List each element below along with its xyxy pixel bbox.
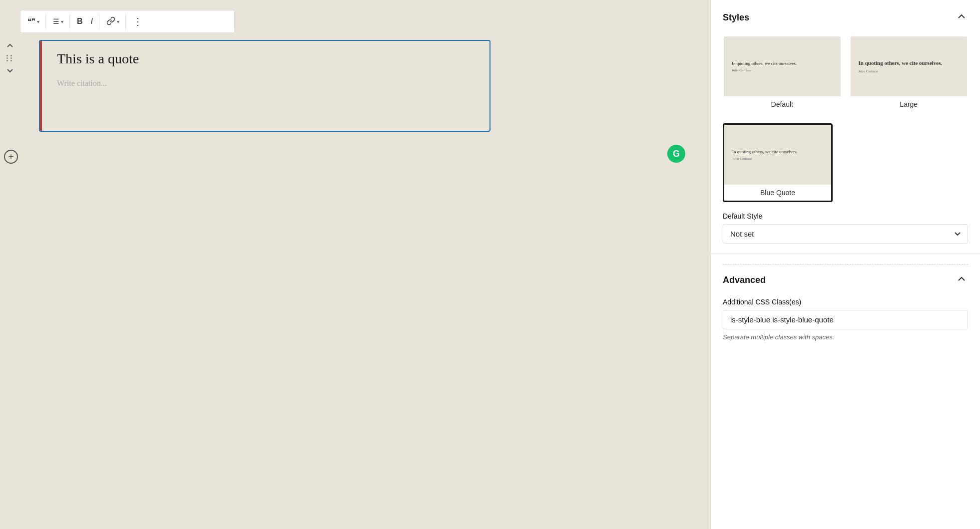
styles-title: Styles <box>723 12 749 23</box>
styles-collapse-button[interactable] <box>955 10 968 25</box>
style-blue-quote-label: Blue Quote <box>724 185 831 201</box>
styles-section-header: Styles <box>723 10 968 25</box>
default-style-label: Default Style <box>723 212 968 220</box>
toolbar-more-group: ⋮ <box>129 12 147 30</box>
align-icon: ☰ <box>53 17 59 25</box>
style-default-label: Default <box>724 96 841 112</box>
quote-text[interactable]: This is a quote <box>57 51 475 67</box>
styles-section: Styles In quoting others, we cite oursel… <box>711 0 980 254</box>
link-icon <box>106 16 115 27</box>
styles-grid: In quoting others, we cite ourselves. Ju… <box>723 35 968 113</box>
move-up-button[interactable] <box>4 40 16 52</box>
add-block-button[interactable]: + <box>4 150 18 164</box>
style-large-image: In quoting others, we cite ourselves. Ju… <box>851 36 968 96</box>
more-options-button[interactable]: ⋮ <box>129 12 147 30</box>
drag-handle[interactable] <box>6 55 13 61</box>
style-default-image: In quoting others, we cite ourselves. Ju… <box>724 36 841 96</box>
default-style-container: Default Style Not set Default Large Blue… <box>723 212 968 244</box>
italic-button[interactable]: I <box>87 14 97 29</box>
thumb-large-author: Julio Cortázar <box>859 69 878 73</box>
quote-chevron-icon: ▾ <box>37 19 39 24</box>
css-classes-label: Additional CSS Class(es) <box>723 298 968 306</box>
link-button[interactable]: ▾ <box>102 13 123 30</box>
drag-dot <box>10 57 12 59</box>
thumb-default-author: Julio Cortázar <box>732 68 751 72</box>
drag-dot <box>10 60 12 61</box>
toolbar-link-group: ▾ <box>102 13 126 30</box>
editor-area: ❝❞ ▾ ☰ ▾ B I <box>0 0 710 529</box>
advanced-title: Advanced <box>723 275 766 285</box>
css-classes-input[interactable] <box>723 310 968 329</box>
drag-dot <box>6 55 8 56</box>
toolbar-format-group: B I <box>73 14 99 29</box>
bold-label: B <box>77 17 83 26</box>
italic-label: I <box>91 17 93 26</box>
drag-dot <box>10 55 12 56</box>
style-large-label: Large <box>851 96 968 112</box>
more-options-icon: ⋮ <box>133 15 143 27</box>
thumb-large-text: In quoting others, we cite ourselves. <box>859 59 943 67</box>
quote-citation[interactable]: Write citation... <box>57 79 475 88</box>
quote-button[interactable]: ❝❞ ▾ <box>23 14 43 29</box>
sidebar: Styles In quoting others, we cite oursel… <box>710 0 980 529</box>
default-style-select[interactable]: Not set Default Large Blue Quote <box>723 224 968 244</box>
grammarly-badge: G <box>667 145 685 163</box>
move-down-button[interactable] <box>4 64 16 76</box>
quote-icon: ❝❞ <box>27 17 35 26</box>
drag-dot <box>6 60 8 61</box>
link-chevron-icon: ▾ <box>117 19 119 24</box>
bold-button[interactable]: B <box>73 14 87 29</box>
advanced-section-header: Advanced <box>723 264 968 288</box>
css-classes-container: Additional CSS Class(es) Separate multip… <box>723 298 968 341</box>
block-toolbar: ❝❞ ▾ ☰ ▾ B I <box>20 10 235 33</box>
thumb-blue-text: In quoting others, we cite ourselves. <box>732 149 797 155</box>
quote-block[interactable]: This is a quote Write citation... <box>40 41 490 131</box>
style-blue-quote-image: In quoting others, we cite ourselves. Ju… <box>724 125 831 185</box>
block-controls <box>4 40 16 76</box>
toolbar-quote-group: ❝❞ ▾ <box>23 14 46 29</box>
style-blue-quote[interactable]: In quoting others, we cite ourselves. Ju… <box>723 123 833 202</box>
toolbar-align-group: ☰ ▾ <box>49 14 70 28</box>
thumb-blue-author: Julio Cortázar <box>732 157 752 161</box>
thumb-default-text: In quoting others, we cite ourselves. <box>732 60 797 67</box>
align-button[interactable]: ☰ ▾ <box>49 14 67 28</box>
align-chevron-icon: ▾ <box>61 19 63 24</box>
css-classes-hint: Separate multiple classes with spaces. <box>723 333 968 341</box>
style-large[interactable]: In quoting others, we cite ourselves. Ju… <box>850 35 969 113</box>
advanced-collapse-button[interactable] <box>955 272 968 288</box>
advanced-section: Advanced Additional CSS Class(es) Separa… <box>711 254 980 351</box>
style-default[interactable]: In quoting others, we cite ourselves. Ju… <box>723 35 842 113</box>
drag-dot <box>6 57 8 59</box>
